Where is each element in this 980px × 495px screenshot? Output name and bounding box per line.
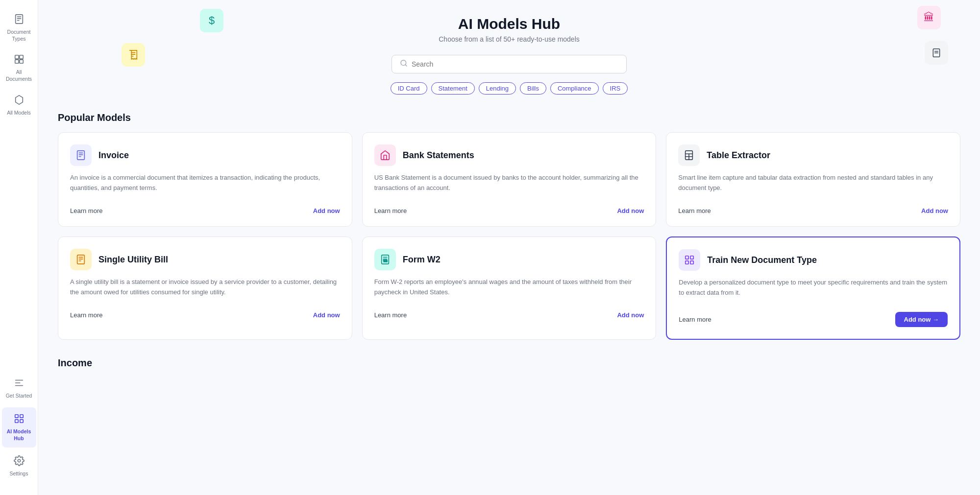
search-bar (392, 55, 627, 73)
svg-rect-44 (690, 261, 693, 264)
bank-statements-learn-more[interactable]: Learn more (374, 207, 407, 214)
svg-rect-33 (77, 255, 85, 264)
popular-models-section: Popular Models Invoice An invoice is a c… (58, 112, 960, 340)
get-started-icon (14, 377, 24, 391)
filter-tag-compliance[interactable]: Compliance (550, 82, 599, 94)
form-w2-title: Form W2 (403, 255, 441, 265)
invoice-title: Invoice (98, 150, 129, 161)
invoice-footer: Learn more Add now (70, 207, 340, 214)
model-card-table-extractor[interactable]: Table Extractor Smart line item capture … (666, 132, 960, 227)
utility-bill-add-now[interactable]: Add now (313, 311, 340, 319)
sidebar-item-all-documents[interactable]: All Documents (2, 48, 36, 88)
table-extractor-header: Table Extractor (678, 144, 948, 166)
table-extractor-footer: Learn more Add now (678, 207, 948, 214)
utility-bill-header: Single Utility Bill (70, 249, 340, 270)
sidebar-label-all-documents: All Documents (6, 69, 32, 82)
bank-statements-title: Bank Statements (403, 150, 474, 161)
train-new-add-now-button[interactable]: Add now → (895, 312, 948, 327)
invoice-add-now[interactable]: Add now (313, 207, 340, 214)
sidebar-item-settings[interactable]: Settings (2, 449, 36, 483)
hub-header: AI Models Hub Choose from a list of 50+ … (58, 16, 960, 43)
train-new-title: Train New Document Type (707, 255, 817, 265)
sidebar: Document Types All Documents All Models … (0, 0, 38, 495)
svg-rect-5 (19, 55, 23, 59)
search-icon (400, 59, 408, 69)
invoice-card-header: Invoice (70, 144, 340, 166)
all-models-icon (14, 94, 24, 108)
ai-models-hub-icon (14, 413, 24, 426)
svg-marker-8 (15, 95, 23, 104)
utility-bill-title: Single Utility Bill (98, 255, 168, 265)
hub-title: AI Models Hub (58, 16, 960, 32)
main-content: $ 🏛 AI Models Hub Choose from a list of … (38, 0, 980, 495)
sidebar-item-all-models[interactable]: All Models (2, 89, 36, 122)
svg-rect-6 (15, 60, 18, 63)
svg-rect-4 (15, 55, 18, 59)
svg-line-24 (405, 65, 407, 66)
search-container (58, 55, 960, 73)
sidebar-label-get-started: Get Started (6, 393, 32, 400)
form-w2-add-now[interactable]: Add now (617, 311, 644, 319)
document-types-icon (14, 14, 24, 27)
form-w2-desc: Form W-2 reports an employee's annual wa… (374, 277, 644, 303)
svg-rect-0 (15, 15, 23, 24)
bank-statements-header: Bank Statements (374, 144, 644, 166)
svg-rect-41 (686, 256, 688, 259)
invoice-icon (70, 144, 92, 166)
filter-tags: ID Card Statement Lending Bills Complian… (58, 82, 960, 94)
filter-tag-statement[interactable]: Statement (431, 82, 475, 94)
settings-icon (14, 455, 24, 469)
sidebar-item-ai-models-hub[interactable]: AI Models Hub (2, 407, 36, 448)
bank-statements-icon (374, 144, 396, 166)
train-new-desc: Develop a personalized document type to … (679, 278, 948, 303)
filter-tag-lending[interactable]: Lending (479, 82, 516, 94)
form-w2-footer: Learn more Add now (374, 311, 644, 319)
sidebar-label-all-models: All Models (7, 110, 30, 117)
svg-rect-43 (686, 261, 688, 264)
invoice-learn-more[interactable]: Learn more (70, 207, 102, 214)
sidebar-item-get-started[interactable]: Get Started (2, 372, 36, 405)
income-section-title: Income (58, 357, 960, 369)
sidebar-item-document-types[interactable]: Document Types (2, 8, 36, 48)
svg-rect-25 (77, 151, 85, 160)
sidebar-label-settings: Settings (10, 471, 28, 477)
svg-rect-7 (19, 60, 23, 63)
table-extractor-title: Table Extractor (707, 150, 770, 161)
filter-tag-bills[interactable]: Bills (520, 82, 546, 94)
model-card-bank-statements[interactable]: Bank Statements US Bank Statement is a d… (362, 132, 657, 227)
sidebar-label-ai-models-hub: AI Models Hub (6, 428, 32, 442)
utility-bill-icon (70, 249, 92, 270)
filter-tag-id-card[interactable]: ID Card (391, 82, 427, 94)
table-extractor-desc: Smart line item capture and tabular data… (678, 173, 948, 198)
form-w2-learn-more[interactable]: Learn more (374, 311, 407, 319)
model-card-single-utility-bill[interactable]: Single Utility Bill A single utility bil… (58, 236, 352, 340)
svg-rect-12 (15, 415, 18, 418)
sidebar-bottom: Get Started AI Models Hub Settings (0, 372, 38, 487)
filter-tag-irs[interactable]: IRS (603, 82, 628, 94)
search-input[interactable] (412, 60, 618, 68)
train-new-icon (679, 249, 700, 271)
hub-subtitle: Choose from a list of 50+ ready-to-use m… (58, 35, 960, 43)
table-extractor-icon (678, 144, 700, 166)
table-extractor-learn-more[interactable]: Learn more (678, 207, 710, 214)
popular-models-title: Popular Models (58, 112, 960, 123)
table-extractor-add-now[interactable]: Add now (921, 207, 948, 214)
train-new-header: Train New Document Type (679, 249, 948, 271)
utility-bill-learn-more[interactable]: Learn more (70, 311, 102, 319)
model-card-form-w2[interactable]: W2 Form W2 Form W-2 reports an employee'… (362, 236, 657, 340)
svg-rect-42 (690, 256, 693, 259)
svg-text:W2: W2 (383, 259, 387, 262)
model-card-train-new-document-type[interactable]: Train New Document Type Develop a person… (666, 236, 960, 340)
sidebar-label-document-types: Document Types (6, 29, 32, 42)
train-new-learn-more[interactable]: Learn more (679, 316, 711, 323)
bank-statements-add-now[interactable]: Add now (617, 207, 644, 214)
svg-rect-14 (15, 420, 18, 423)
bank-statements-desc: US Bank Statement is a document issued b… (374, 173, 644, 198)
form-w2-icon: W2 (374, 249, 396, 270)
svg-point-16 (18, 460, 21, 463)
model-card-invoice[interactable]: Invoice An invoice is a commercial docum… (58, 132, 352, 227)
utility-bill-desc: A single utility bill is a statement or … (70, 277, 340, 303)
model-grid: Invoice An invoice is a commercial docum… (58, 132, 960, 340)
train-new-footer: Learn more Add now → (679, 312, 948, 327)
svg-rect-13 (20, 415, 23, 418)
